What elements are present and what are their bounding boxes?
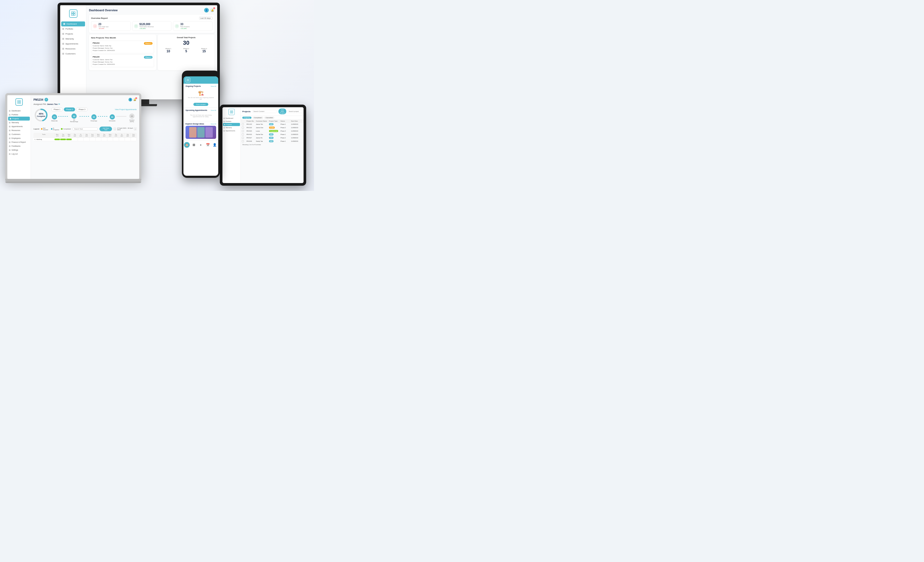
gantt-header: Tasks Mon17/4 Tue18/4 Wed19/4 Thu20/4 Fr… <box>33 133 136 138</box>
checkbox-4[interactable] <box>242 133 244 136</box>
laptop-nav-customers[interactable]: Customers <box>8 132 31 136</box>
project-item-1: PM1234 Phase 1 Customer Name: Kella Tay … <box>91 40 154 53</box>
prev-date-button[interactable]: ‹ <box>114 127 116 130</box>
laptop-nav-warranty[interactable]: Warranty <box>8 121 31 124</box>
gantt-col-0: Mon17/4 <box>54 133 60 138</box>
laptop-nav-appointments[interactable]: Appointments <box>8 124 31 129</box>
phone-nav-person[interactable]: 👤 <box>212 142 218 148</box>
td-customer-6: Sandy Yap <box>256 140 269 142</box>
gantt-cell-1-13 <box>131 138 136 141</box>
phase-tabs: Phase 1 Phase 2 Phase 3 View Project App… <box>51 108 136 111</box>
phase-1-button[interactable]: Phase 1 <box>51 108 63 111</box>
add-task-button[interactable]: Add New Task <box>99 127 112 131</box>
laptop-user-icon[interactable]: 👤 <box>129 98 132 102</box>
laptop-nav-logout[interactable]: Log out <box>8 152 31 156</box>
edit-pm-icon[interactable]: ✏ <box>58 103 60 105</box>
laptop-bell-icon[interactable]: 🔔 1 <box>133 98 136 102</box>
arrow-up-icon: ↑ <box>134 24 138 28</box>
stat-revenue-label: Total Sales Revenue <box>140 26 154 27</box>
tablet-add-project-button[interactable]: Add New Project <box>278 109 286 114</box>
table-row-4: PM 4/23 Rachel Tan HDB Phase 1 11/08/202… <box>241 133 303 136</box>
phone-nav-grid[interactable]: ⊞ <box>191 142 197 148</box>
checkbox-3[interactable] <box>242 130 244 132</box>
gantt-cell-1-4 <box>78 138 84 141</box>
laptop-nav-employees[interactable]: Employees <box>8 136 31 140</box>
laptop-nav-resources[interactable]: Resources <box>8 129 31 132</box>
scene: Dashboard Portfolio Projects Warranty <box>0 0 314 191</box>
phone-ongoing-view-all[interactable]: View All <box>211 85 216 87</box>
phase-breakdown-row: Phase 1 10 Phase 2 5 Phase 3 15 <box>160 48 213 53</box>
tablet-main: Projects Add New Project Ongoing Complet… <box>241 107 303 183</box>
view-appointments-link[interactable]: View Project Appointments <box>115 109 136 111</box>
gantt-col-3: Thu20/4 <box>72 133 78 138</box>
td-start-2: 11/08/2022 <box>291 127 303 129</box>
project-item-row-2: PM1235 Phase 2 <box>93 56 153 58</box>
phone-explore-view-all[interactable]: View All <box>211 123 216 125</box>
laptop-nav-settings[interactable]: Settings <box>8 148 31 152</box>
laptop-header-icons: 👤 🔔 1 <box>129 98 136 102</box>
user-avatar-icon[interactable]: 👤 <box>204 8 209 13</box>
tablet-nav-projects[interactable]: Projects <box>223 123 240 126</box>
checkbox-6[interactable] <box>242 140 244 142</box>
phone-explore-title: Explore Design Ideas <box>186 123 204 125</box>
svg-rect-3 <box>74 14 75 15</box>
find-project-button[interactable]: Find a project <box>194 103 208 106</box>
monitor-nav-resources[interactable]: Resources <box>60 46 86 51</box>
tablet-nav-warranty[interactable]: Warranty <box>222 126 240 129</box>
step-renderings: 02 3D Renderings <box>69 114 79 123</box>
design-tile-2 <box>197 127 205 138</box>
phone-nav-home[interactable]: 🏠 <box>184 142 190 148</box>
phone-appointments-view-all[interactable]: View All <box>211 109 216 111</box>
total-projects-title: Overall Total Projects <box>160 37 213 39</box>
phase-3-button[interactable]: Phase 3 <box>76 108 88 111</box>
phone-ongoing-header: Ongoing Projects View All <box>186 85 216 87</box>
th-project-no: Project No. <box>246 120 256 122</box>
step-label-1: Materials <box>51 120 58 122</box>
monitor-nav-dot <box>62 48 64 50</box>
laptop-nav-projects[interactable]: Projects <box>8 117 30 121</box>
stat-revenue-value: $120,000 <box>140 23 154 25</box>
phone-nav-plus[interactable]: ＋ <box>198 142 204 148</box>
filter-cancelled-button[interactable]: Cancelled <box>264 117 274 119</box>
next-date-button[interactable]: › <box>134 127 136 130</box>
checkbox-5[interactable] <box>242 137 244 139</box>
td-type-badge-2: Condo <box>269 127 275 129</box>
td-id-2: PM 2/23 <box>246 127 256 129</box>
design-tile-3 <box>206 127 213 138</box>
checkbox-1[interactable] <box>242 123 244 125</box>
legend-completed: Completed <box>61 128 70 130</box>
laptop-nav-feedbacks[interactable]: Feedbacks <box>8 144 31 148</box>
gantt-chart: Tasks Mon17/4 Tue18/4 Wed19/4 Thu20/4 Fr… <box>33 133 136 141</box>
monitor-nav-warranty[interactable]: Warranty <box>60 36 86 41</box>
notification-badge: 1 <box>213 7 215 9</box>
period-select[interactable]: Last 30 days <box>199 17 213 19</box>
monitor-nav-appointments[interactable]: Appointments <box>60 41 86 46</box>
laptop-main: PM1234 ✓ 👤 🔔 1 Assigned PM: James T <box>31 95 139 179</box>
gantt-cell-1-3 <box>72 138 78 141</box>
monitor-nav-dashboard[interactable]: Dashboard <box>61 21 85 26</box>
monitor-nav-portfolio[interactable]: Portfolio <box>60 26 86 31</box>
notification-bell-icon[interactable]: 🔔 1 <box>210 8 214 13</box>
laptop-nav-dashboard[interactable]: Dashboard <box>8 109 31 113</box>
phase-1-item: Phase 1 10 <box>160 48 177 53</box>
filter-completed-button[interactable]: Completed <box>252 117 263 119</box>
gantt-col-12: Sat29/4 <box>125 133 130 138</box>
laptop-nav-portfolio[interactable]: Portfolio <box>8 113 31 117</box>
tablet-sidebar: Dashboard Portfolio Projects Warranty <box>222 107 241 183</box>
search-task-input[interactable] <box>72 127 98 130</box>
laptop-progress-row: 45% Complete Phase 1 Phase 2 Phase 3 Vie… <box>33 108 136 124</box>
tablet-search-input[interactable] <box>252 110 277 113</box>
project-item-2: PM1235 Phase 2 Customer Name: James Tan … <box>91 54 154 67</box>
tablet-nav-dashboard[interactable]: Dashboard <box>222 117 240 120</box>
filter-ongoing-button[interactable]: Ongoing <box>242 117 252 119</box>
monitor-nav-projects[interactable]: Projects <box>60 31 86 36</box>
tablet-nav-portfolio[interactable]: Portfolio <box>222 120 240 123</box>
phase-2-button[interactable]: Phase 2 <box>64 108 75 111</box>
phone-nav-calendar[interactable]: 📅 <box>205 142 211 148</box>
checkbox-2[interactable] <box>242 127 244 129</box>
tablet-nav-appointments[interactable]: Appointments <box>222 129 240 132</box>
phone-empty-illustration: 🏗️ <box>188 90 214 96</box>
monitor-nav-customers[interactable]: Customers <box>60 51 86 56</box>
tablet-search-project-input[interactable] <box>287 110 303 113</box>
laptop-nav-finance[interactable]: Finance & Report <box>8 140 31 144</box>
